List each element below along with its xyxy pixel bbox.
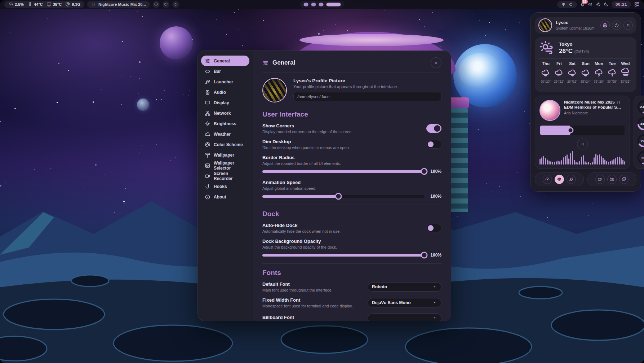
sidebar-item-network[interactable]: Network bbox=[201, 108, 249, 118]
workspace-dot-1[interactable] bbox=[303, 3, 308, 6]
topbar-right: 23 00:21 bbox=[557, 1, 640, 8]
setting-label: Default Font bbox=[262, 281, 332, 287]
user-avatar[interactable] bbox=[538, 18, 552, 32]
record-off-button[interactable] bbox=[607, 175, 617, 184]
topbar-stat-cpu[interactable]: 2.8% bbox=[8, 2, 24, 7]
power-profile-balanced-button[interactable] bbox=[555, 175, 564, 184]
setting-row-billboard-font: Billboard Font bbox=[262, 313, 441, 321]
notifications-button[interactable]: 23 bbox=[580, 2, 585, 7]
media-progress-slider[interactable] bbox=[540, 126, 625, 135]
sidebar-item-screen-recorder[interactable]: Screen Recorder bbox=[201, 171, 249, 181]
sidebar-item-general[interactable]: General bbox=[201, 56, 249, 66]
topbar-stat-network[interactable]: 9.3G bbox=[65, 2, 80, 7]
close-panel-button[interactable] bbox=[623, 21, 633, 30]
slider-knob[interactable] bbox=[421, 168, 428, 175]
slider-dock-background-opacity[interactable] bbox=[262, 254, 424, 257]
sidebar-item-brightness[interactable]: Brightness bbox=[201, 118, 249, 129]
heart-icon bbox=[164, 2, 168, 6]
sidebar-item-color-scheme[interactable]: Color Scheme bbox=[201, 139, 249, 150]
user-name: Lysec bbox=[556, 20, 594, 25]
night-light-button[interactable] bbox=[604, 2, 609, 7]
volume-button[interactable] bbox=[588, 2, 593, 7]
workspace-dot-3[interactable] bbox=[319, 3, 323, 6]
slider-animation-speed[interactable] bbox=[262, 195, 424, 198]
setting-row-dim-desktop: Dim DesktopDim the desktop when panels o… bbox=[262, 139, 441, 150]
dropdown-billboard-font[interactable] bbox=[368, 313, 441, 321]
power-profiles-card bbox=[535, 172, 584, 186]
toggle-dim-desktop[interactable] bbox=[426, 140, 441, 149]
settings-header: General bbox=[262, 57, 441, 69]
slider-knob[interactable] bbox=[568, 127, 574, 134]
visualizer-bar bbox=[539, 159, 541, 165]
sidebar-item-about[interactable]: About bbox=[201, 192, 249, 202]
workspace-dot-2[interactable] bbox=[311, 3, 316, 6]
tray-app-icon-1[interactable] bbox=[561, 2, 566, 7]
visualizer-bar bbox=[599, 154, 600, 165]
app-grid-button[interactable] bbox=[634, 1, 640, 7]
sidebar-item-weather[interactable]: Weather bbox=[201, 129, 249, 139]
slider-border-radius[interactable] bbox=[262, 170, 424, 173]
visualizer-bar bbox=[585, 161, 586, 165]
gear-icon bbox=[603, 23, 608, 28]
visualizer-bar bbox=[592, 162, 593, 165]
power-profile-power-saver-button[interactable] bbox=[567, 175, 576, 184]
screen-record-button[interactable] bbox=[595, 175, 605, 184]
topbar-emoji-button-0[interactable] bbox=[153, 1, 160, 8]
sidebar-item-label: About bbox=[214, 194, 226, 200]
forecast-day-fri: Fri26°/22° bbox=[552, 61, 566, 83]
dropdown-default-font[interactable]: Roboto bbox=[368, 282, 441, 292]
toggle-show-corners[interactable] bbox=[426, 124, 441, 133]
close-settings-button[interactable] bbox=[431, 57, 441, 68]
workspace-pill[interactable] bbox=[300, 1, 344, 8]
sidebar-item-launcher[interactable]: Launcher bbox=[201, 76, 249, 87]
clock[interactable]: 00:21 bbox=[612, 1, 631, 8]
visualizer-bar bbox=[606, 161, 607, 165]
setting-description: Display rounded corners on the edge of t… bbox=[262, 130, 352, 134]
power-profile-performance-button[interactable] bbox=[543, 175, 552, 184]
tray-app-icon-2[interactable] bbox=[568, 2, 573, 7]
dropdown-fixed-width-font[interactable]: DejaVu Sans Mono bbox=[368, 298, 441, 307]
system-uptime: System uptime: 1h16m bbox=[556, 26, 594, 30]
topbar-heart-button-2[interactable] bbox=[172, 1, 179, 8]
power-button[interactable] bbox=[612, 21, 621, 30]
sidebar-item-wallpaper[interactable]: Wallpaper bbox=[201, 150, 249, 160]
sidebar-item-hooks[interactable]: Hooks bbox=[201, 181, 249, 192]
topbar-stat-gpu-temperature[interactable]: 38°C bbox=[46, 2, 62, 7]
system-gauges-card: 2.8%44°C29%6% bbox=[634, 96, 644, 169]
slider-knob[interactable] bbox=[421, 252, 428, 259]
slider-knob[interactable] bbox=[335, 193, 342, 200]
topbar-quick-buttons bbox=[153, 1, 179, 8]
sidebar-item-display[interactable]: Display bbox=[201, 97, 249, 108]
screenshot-button[interactable] bbox=[619, 175, 629, 184]
system-tray-pill[interactable] bbox=[557, 1, 577, 8]
sidebar-item-bar[interactable]: Bar bbox=[201, 66, 249, 76]
album-art[interactable] bbox=[539, 100, 560, 121]
profile-avatar[interactable] bbox=[262, 78, 287, 102]
sidebar-item-label: Brightness bbox=[214, 121, 236, 126]
topbar-left: 2.8%44°C38°C9.3G Nightcore Music Mix 20.… bbox=[4, 1, 179, 8]
setting-label: Dim Desktop bbox=[262, 139, 350, 144]
topbar-heart-button-1[interactable] bbox=[163, 1, 169, 8]
pause-button[interactable] bbox=[577, 139, 588, 149]
sidebar-item-audio[interactable]: Audio bbox=[201, 87, 249, 97]
settings-button[interactable] bbox=[600, 21, 610, 30]
moon-icon bbox=[604, 2, 609, 7]
tune-icon bbox=[262, 60, 269, 66]
gauge-cpu-temp: 44°C bbox=[636, 116, 644, 131]
forecast-day-label: Fri bbox=[556, 61, 562, 66]
heart-icon bbox=[173, 2, 178, 6]
forecast-day-wed: Wed33°/25° bbox=[619, 61, 632, 83]
topbar-media-pill[interactable]: Nightcore Music Mix 20... bbox=[87, 1, 150, 8]
media-player-card: Nightcore Music Mix 2025 EDM Remixes of … bbox=[535, 96, 630, 169]
profile-path-input[interactable] bbox=[293, 92, 441, 101]
toggle-auto-hide-dock[interactable] bbox=[426, 224, 441, 232]
system-stats-pill[interactable]: 2.8%44°C38°C9.3G bbox=[4, 1, 84, 8]
close-icon bbox=[626, 23, 631, 28]
sidebar-item-wallpaper-selector[interactable]: Wallpaper Selector bbox=[201, 160, 249, 171]
workspace-indicator bbox=[300, 1, 344, 8]
workspace-dot-4[interactable] bbox=[326, 3, 341, 6]
visualizer-bar bbox=[547, 159, 548, 165]
audio-icon bbox=[205, 89, 210, 95]
brightness-button[interactable] bbox=[596, 2, 601, 7]
topbar-stat-temperature[interactable]: 44°C bbox=[27, 2, 43, 7]
